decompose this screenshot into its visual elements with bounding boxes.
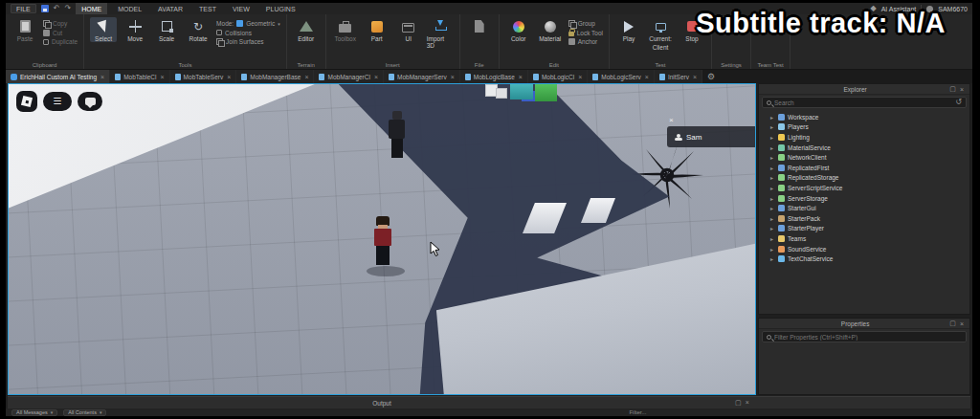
- close-icon[interactable]: ×: [373, 74, 378, 80]
- close-icon[interactable]: ×: [450, 74, 455, 80]
- material-button[interactable]: Material: [537, 17, 564, 42]
- chevron-right-icon[interactable]: ▸: [770, 165, 775, 171]
- group-button[interactable]: Group: [568, 20, 603, 27]
- tab-place[interactable]: ErichHail Custom AI Testing ×: [6, 70, 110, 83]
- properties-filter-input[interactable]: [774, 334, 962, 341]
- play-button[interactable]: Play: [615, 17, 642, 42]
- explorer-item-replicatedstorage[interactable]: ▸ ReplicatedStorage: [759, 173, 969, 184]
- collisions-toggle[interactable]: Collisions: [216, 30, 280, 36]
- explorer-item-lighting[interactable]: ▸ Lighting: [759, 132, 969, 143]
- explorer-item-players[interactable]: ▸ Players: [759, 122, 969, 133]
- explorer-item-startergui[interactable]: ▸ StarterGui: [759, 203, 969, 213]
- chevron-right-icon[interactable]: ▸: [770, 246, 775, 253]
- mode-dropdown[interactable]: Mode: Geometric ▾: [216, 20, 280, 27]
- tab-moblogiccl[interactable]: MobLogicCl ×: [528, 70, 588, 83]
- explorer-item-replicatedfirst[interactable]: ▸ ReplicatedFirst: [759, 163, 969, 173]
- close-icon[interactable]: ×: [746, 399, 749, 407]
- tab-moblogicserv[interactable]: MobLogicServ ×: [588, 70, 655, 83]
- join-surfaces-dropdown[interactable]: Join Surfaces: [216, 38, 280, 45]
- explorer-item-networkclient[interactable]: ▸ NetworkClient: [759, 152, 969, 163]
- 3d-scene[interactable]: × Sam ☰: [9, 84, 755, 394]
- anchor-button[interactable]: Anchor: [568, 38, 603, 45]
- paste-button[interactable]: Paste: [11, 17, 38, 42]
- close-icon[interactable]: ×: [160, 74, 165, 80]
- cut-button[interactable]: Cut: [43, 30, 78, 36]
- chevron-right-icon[interactable]: ▸: [770, 154, 775, 161]
- close-icon[interactable]: ×: [958, 86, 966, 93]
- tab-moblogicbase[interactable]: MobLogicBase ×: [460, 70, 528, 83]
- chevron-right-icon[interactable]: ▸: [770, 255, 775, 262]
- menu-tab-test[interactable]: TEST: [193, 3, 222, 14]
- messages-filter-dropdown[interactable]: All Messages ▾: [11, 409, 57, 416]
- search-history-icon[interactable]: ↺: [955, 99, 962, 106]
- redo-icon[interactable]: ↷: [65, 4, 72, 13]
- explorer-item-starterplayer[interactable]: ▸ StarterPlayer: [759, 224, 969, 234]
- close-icon[interactable]: ×: [644, 74, 649, 80]
- roblox-menu-button[interactable]: [16, 91, 37, 112]
- close-icon[interactable]: ×: [518, 74, 523, 80]
- close-icon[interactable]: ×: [100, 74, 104, 80]
- close-icon[interactable]: ×: [226, 74, 231, 80]
- tab-mobmanagerbase[interactable]: MobManagerBase ×: [236, 70, 314, 83]
- float-panel-icon[interactable]: ▢: [947, 85, 958, 93]
- chevron-right-icon[interactable]: ▸: [770, 215, 775, 222]
- lock-tool-button[interactable]: Lock Tool: [568, 30, 603, 36]
- menu-tab-view[interactable]: VIEW: [227, 3, 256, 14]
- save-icon[interactable]: [41, 5, 49, 12]
- contents-filter-dropdown[interactable]: All Contents ▾: [63, 409, 106, 416]
- chevron-right-icon[interactable]: ▸: [770, 205, 775, 211]
- tab-mobmanagercl[interactable]: MobManagerCl ×: [314, 70, 384, 83]
- menu-tab-model[interactable]: MODEL: [112, 3, 147, 14]
- output-filter-input[interactable]: [629, 409, 686, 415]
- undo-icon[interactable]: ↶: [54, 4, 60, 13]
- menu-tab-plugins[interactable]: PLUGINS: [260, 3, 301, 14]
- move-tool-button[interactable]: Move: [122, 17, 148, 42]
- explorer-item-teams[interactable]: ▸ Teams: [759, 233, 969, 244]
- tab-mobtablecl[interactable]: MobTableCl ×: [110, 70, 169, 83]
- select-tool-button[interactable]: Select: [90, 17, 117, 42]
- chevron-right-icon[interactable]: ▸: [770, 185, 775, 191]
- explorer-item-serverscriptservice[interactable]: ▸ ServerScriptService: [759, 183, 969, 193]
- chevron-right-icon[interactable]: ▸: [770, 195, 775, 202]
- copy-button[interactable]: Copy: [43, 20, 78, 27]
- explorer-item-materialservice[interactable]: ▸ MaterialService: [759, 143, 969, 153]
- duplicate-button[interactable]: Duplicate: [43, 38, 78, 45]
- color-button[interactable]: Color: [505, 17, 532, 42]
- toolbox-button[interactable]: Toolbox: [332, 17, 359, 42]
- close-icon[interactable]: ×: [303, 74, 308, 80]
- close-icon[interactable]: ×: [577, 74, 582, 80]
- explorer-item-textchatservice[interactable]: ▸ TextChatService: [759, 254, 969, 264]
- explorer-item-soundservice[interactable]: ▸ SoundService: [759, 244, 969, 254]
- file-menu-button[interactable]: FILE: [11, 4, 36, 13]
- chat-button[interactable]: [78, 92, 102, 111]
- properties-filter[interactable]: [762, 331, 967, 342]
- part-button[interactable]: Part: [364, 17, 390, 42]
- chevron-right-icon[interactable]: ▸: [770, 144, 775, 151]
- rotate-tool-button[interactable]: ↻ Rotate: [185, 17, 212, 42]
- tab-mobmanagerserv[interactable]: MobManagerServ ×: [384, 70, 460, 83]
- menu-tab-home[interactable]: HOME: [76, 3, 107, 14]
- current-client-dropdown[interactable]: Current: Client: [647, 17, 674, 51]
- close-icon[interactable]: ×: [958, 320, 966, 327]
- tab-settings-gear[interactable]: ⚙: [702, 70, 720, 83]
- hamburger-menu-button[interactable]: ☰: [43, 92, 72, 111]
- chevron-right-icon[interactable]: ▸: [770, 235, 775, 242]
- explorer-item-starterpack[interactable]: ▸ StarterPack: [759, 213, 969, 224]
- tab-mobtableserv[interactable]: MobTableServ ×: [170, 70, 237, 83]
- float-panel-icon[interactable]: ▢: [947, 320, 958, 327]
- chevron-right-icon[interactable]: ▸: [770, 225, 775, 232]
- terrain-editor-button[interactable]: Editor: [293, 17, 320, 42]
- chevron-right-icon[interactable]: ▸: [770, 114, 775, 121]
- chevron-right-icon[interactable]: ▸: [770, 123, 775, 130]
- ui-button[interactable]: UI: [395, 17, 422, 42]
- explorer-search[interactable]: ↺: [762, 97, 967, 108]
- file-action-button[interactable]: [466, 17, 493, 33]
- float-panel-icon[interactable]: ▢: [735, 399, 742, 407]
- import-3d-button[interactable]: Import 3D: [427, 17, 454, 49]
- explorer-item-workspace[interactable]: ▸ Workspace: [759, 112, 969, 122]
- menu-tab-avatar[interactable]: AVATAR: [152, 3, 189, 14]
- explorer-search-input[interactable]: [774, 99, 952, 106]
- close-icon[interactable]: ×: [669, 117, 755, 124]
- tab-initserv[interactable]: InitServ ×: [655, 70, 702, 83]
- chevron-right-icon[interactable]: ▸: [770, 134, 775, 141]
